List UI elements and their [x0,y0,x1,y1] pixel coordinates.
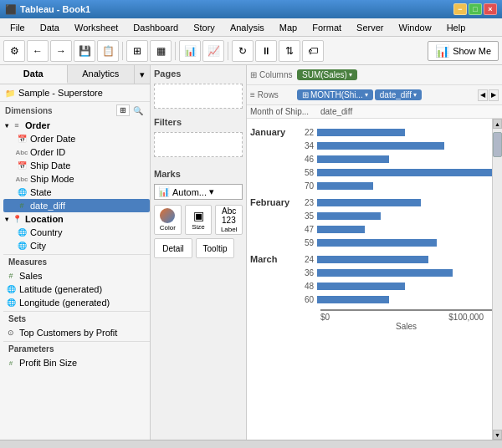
menu-file[interactable]: File [3,21,32,34]
marks-chart-icon: 📊 [158,186,170,197]
toolbar-save[interactable]: 💾 [74,40,95,62]
chart-scrollbar-vertical[interactable]: ▲ ▼ [492,119,502,440]
rows-pill-datediff[interactable]: date_diff ▾ [375,89,422,100]
marks-type-dropdown[interactable]: 📊 Autom... ▾ [154,184,243,200]
menu-map[interactable]: Map [273,21,304,34]
tree-item-sales[interactable]: # Sales [3,269,150,283]
show-me-chart-icon: 📊 [435,44,449,58]
sort-button[interactable]: ⊞ [116,104,130,116]
columns-pill-arrow: ▾ [349,71,352,79]
bar-row-num: 70 [299,181,317,191]
marks-color-btn[interactable]: Color [154,205,182,235]
scrollbar-track[interactable] [493,129,502,430]
menu-window[interactable]: Window [392,21,438,34]
menu-help[interactable]: Help [440,21,473,34]
maximize-button[interactable]: □ [469,3,482,15]
tab-analytics[interactable]: Analytics [68,65,136,84]
bar-container [317,141,492,150]
tree-item-country[interactable]: 🌐 Country [3,226,150,239]
sales-label: Sales [19,271,43,281]
bar-container [317,268,492,277]
title-bar-controls[interactable]: − □ × [453,3,497,15]
tree-item-ship-date[interactable]: 📅 Ship Date [3,159,150,172]
menu-worksheet[interactable]: Worksheet [68,21,125,34]
toolbar-labels[interactable]: 🏷 [302,40,324,62]
latitude-label: Latitude (generated) [19,284,102,294]
expand-location-arrow[interactable]: ▾ [5,216,8,223]
scrollbar-down-btn[interactable]: ▼ [493,430,502,440]
search-button[interactable]: 🔍 [131,104,145,116]
scrollbar-thumb[interactable] [493,132,502,157]
filters-shelf[interactable] [154,132,243,157]
bar-container [317,155,492,164]
toolbar-new[interactable]: ⚙ [3,40,25,62]
bar-row: 60 [299,293,492,306]
x-axis-label-1: $100,000 [448,313,484,322]
menu-story[interactable]: Story [187,21,222,34]
bar-row: 48 [299,280,492,293]
section-controls: ⊞ 🔍 [116,104,145,116]
panel-tab-arrow[interactable]: ▾ [135,65,150,84]
tree-item-longitude[interactable]: 🌐 Longitude (generated) [3,296,150,309]
order-group-icon: ≡ [11,120,23,131]
menu-format[interactable]: Format [305,21,348,34]
marks-label-btn[interactable]: Abc123 Label [215,205,243,235]
toolbar-chart2[interactable]: 📈 [202,40,224,62]
menu-analysis[interactable]: Analysis [223,21,271,34]
country-icon: 🌐 [16,227,28,238]
datasource-name: Sample - Superstore [18,88,103,98]
toolbar-forward[interactable]: → [50,40,72,62]
scrollbar-up-btn[interactable]: ▲ [493,119,502,129]
tree-item-latitude[interactable]: 🌐 Latitude (generated) [3,283,150,296]
toolbar-back[interactable]: ← [27,40,49,62]
order-id-icon: Abc [16,146,28,158]
label-icon: Abc123 [222,206,236,225]
toolbar-copy[interactable]: 📋 [97,40,119,62]
toolbar-pause[interactable]: ⏸ [255,40,277,62]
tree-item-order-id[interactable]: Abc Order ID [3,145,150,159]
toolbar-chart[interactable]: 📊 [179,40,201,62]
tree-item-city[interactable]: 🌐 City [3,239,150,252]
marks-detail-btn[interactable]: Detail [154,238,192,258]
tab-data[interactable]: Data [0,65,68,84]
minimize-button[interactable]: − [453,3,467,15]
toolbar-refresh[interactable]: ↻ [232,40,254,62]
toolbar-layout[interactable]: ⊞ [126,40,148,62]
menu-dashboard[interactable]: Dashboard [126,21,185,34]
menu-server[interactable]: Server [350,21,390,34]
tree-item-order-date[interactable]: 📅 Order Date [3,132,150,145]
tree-item-top-customers[interactable]: ⊙ Top Customers by Profit [3,326,150,339]
size-label: Size [192,223,205,231]
scroll-right-btn[interactable]: ▶ [489,89,499,101]
marks-size-btn[interactable]: ▣ Size [185,205,213,235]
rows-pill-month[interactable]: ⊞ MONTH(Shi... ▾ [297,89,373,100]
pages-shelf[interactable] [154,84,243,109]
tree-group-location[interactable]: ▾ 📍 Location [3,212,150,226]
toolbar-swap[interactable]: ⇅ [279,40,300,62]
bar-container [317,295,492,304]
show-me-button[interactable]: 📊 Show Me [428,41,499,61]
city-icon: 🌐 [16,240,28,252]
marks-icons-row: Color ▣ Size Abc123 Label [154,205,243,235]
ship-mode-icon: Abc [16,173,28,185]
tree-group-order[interactable]: ▾ ≡ Order [3,119,150,132]
location-group-icon: 📍 [11,213,23,225]
location-group-label: Location [25,214,64,224]
tree-item-state[interactable]: 🌐 State [3,186,150,199]
tree-item-ship-mode[interactable]: Abc Ship Mode [3,172,150,186]
toolbar-separator-2 [175,42,176,60]
marks-tooltip-btn[interactable]: Tooltip [196,238,234,258]
close-button[interactable]: × [484,3,497,15]
shelf-scroll-buttons: ◀ ▶ [478,89,499,101]
scroll-left-btn[interactable]: ◀ [478,89,488,101]
toolbar-view[interactable]: ▦ [150,40,172,62]
bar-row: 35 [299,210,492,222]
tree-item-date-diff[interactable]: # date_diff [3,199,150,212]
menu-data[interactable]: Data [33,21,66,34]
columns-pill-sales[interactable]: SUM(Sales) ▾ [297,69,357,80]
middle-panel: Pages Filters Marks 📊 Autom... ▾ Color ▣… [151,65,247,440]
rows-pill-datediff-label: date_diff [380,90,412,99]
bottom-tabs: ⊞ Data Source Sheet 1 📊 ⊞ 📄 [0,440,502,448]
expand-order-arrow[interactable]: ▾ [5,122,8,130]
tree-item-profit-bin[interactable]: # Profit Bin Size [3,356,150,369]
